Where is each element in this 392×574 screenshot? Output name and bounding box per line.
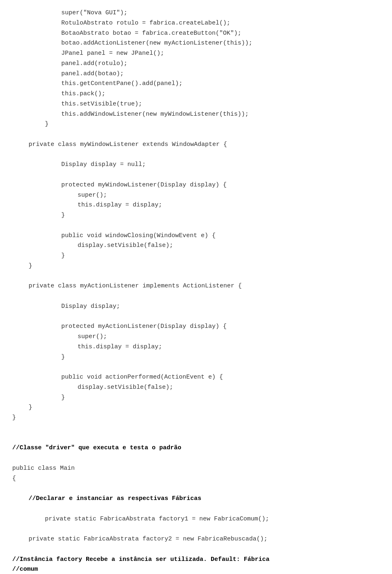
code-line: } <box>12 413 380 423</box>
code-line: JPanel panel = new JPanel(); <box>12 49 380 59</box>
code-line: super(); <box>12 332 380 342</box>
code-line: panel.add(rotulo); <box>12 59 380 69</box>
code-line: BotaoAbstrato botao = fabrica.createButt… <box>12 29 380 39</box>
code-line: //comum <box>12 565 380 574</box>
code-line <box>12 524 380 534</box>
code-line: private static FabricaAbstrata factory1 … <box>12 514 380 525</box>
code-line: } <box>12 393 380 403</box>
code-line <box>12 271 380 282</box>
code-line <box>12 433 380 444</box>
code-line <box>12 291 380 302</box>
code-line: super("Nova GUI"); <box>12 8 380 18</box>
code-line: Display display; <box>12 302 380 312</box>
code-line: private class myActionListener implement… <box>12 281 380 291</box>
code-line <box>12 545 380 555</box>
code-line <box>12 453 380 464</box>
code-line: this.getContentPane().add(panel); <box>12 79 380 89</box>
code-line: this.display = display; <box>12 342 380 352</box>
code-line <box>12 221 380 231</box>
code-container: super("Nova GUI");RotuloAbstrato rotulo … <box>0 0 392 574</box>
code-line <box>12 484 380 494</box>
code-line: private static FabricaAbstrata factory2 … <box>12 534 380 545</box>
code-line: } <box>12 261 380 271</box>
code-line: { <box>12 474 380 484</box>
code-line: display.setVisible(false); <box>12 241 380 251</box>
code-line: public void actionPerformed(ActionEvent … <box>12 372 380 383</box>
code-line: } <box>12 403 380 413</box>
code-line: } <box>12 119 380 130</box>
code-line: private class myWindowListener extends W… <box>12 140 380 150</box>
code-line: super(); <box>12 191 380 201</box>
code-line: RotuloAbstrato rotulo = fabrica.createLa… <box>12 18 380 29</box>
code-line <box>12 170 380 180</box>
code-line: public class Main <box>12 464 380 474</box>
code-line: } <box>12 211 380 221</box>
code-line: panel.add(botao); <box>12 69 380 79</box>
code-line: this.addWindowListener(new myWindowListe… <box>12 110 380 120</box>
comment-text: //Declarar e instanciar as respectivas F… <box>29 495 201 502</box>
comment-text: //Classe "driver" que executa e testa o … <box>12 444 181 451</box>
code-line: public void windowClosing(WindowEvent e)… <box>12 231 380 241</box>
code-line <box>12 150 380 160</box>
code-line: protected myWindowListener(Display displ… <box>12 180 380 191</box>
code-line <box>12 312 380 322</box>
comment-text: //Instância factory Recebe a instância s… <box>12 556 270 563</box>
code-line: protected myActionListener(Display displ… <box>12 322 380 332</box>
code-line: //Classe "driver" que executa e testa o … <box>12 443 380 453</box>
code-line: botao.addActionListener(new myActionList… <box>12 38 380 49</box>
code-line <box>12 130 380 140</box>
code-line: display.setVisible(false); <box>12 383 380 393</box>
code-line: Display display = null; <box>12 160 380 170</box>
code-line: } <box>12 352 380 363</box>
code-line: //Instância factory Recebe a instância s… <box>12 555 380 565</box>
code-line <box>12 423 380 433</box>
code-line: this.setVisible(true); <box>12 99 380 110</box>
code-line <box>12 362 380 372</box>
code-line: //Declarar e instanciar as respectivas F… <box>12 494 380 504</box>
comment-text: //comum <box>12 566 38 573</box>
code-line: this.display = display; <box>12 200 380 211</box>
code-line <box>12 504 380 514</box>
code-block: super("Nova GUI");RotuloAbstrato rotulo … <box>12 8 380 574</box>
code-line: this.pack(); <box>12 89 380 99</box>
code-line: } <box>12 251 380 261</box>
